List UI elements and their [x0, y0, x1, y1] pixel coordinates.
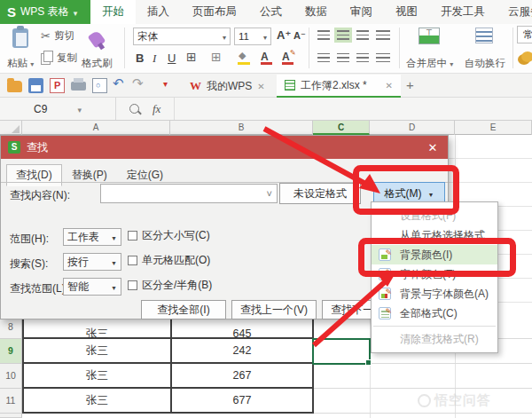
- col-header-e[interactable]: E: [455, 121, 532, 135]
- paste-button[interactable]: 粘贴 ▾: [7, 57, 34, 70]
- tab-home[interactable]: 开始: [90, 0, 136, 24]
- match-cell-checkbox[interactable]: 单元格匹配(O): [128, 253, 210, 268]
- cell-a11[interactable]: 张三: [23, 388, 171, 413]
- paste-icon[interactable]: [12, 28, 28, 48]
- wps-logo[interactable]: S WPS 表格: [0, 0, 90, 24]
- increase-font-icon[interactable]: A⁺: [277, 28, 291, 42]
- row-header-11[interactable]: 11: [0, 389, 22, 414]
- save-icon[interactable]: [28, 78, 43, 93]
- decrease-indent-icon[interactable]: [376, 30, 390, 40]
- italic-button[interactable]: I: [153, 51, 156, 66]
- align-bottom-icon[interactable]: [356, 30, 369, 40]
- copy-button[interactable]: 复制: [41, 51, 77, 65]
- align-top-icon[interactable]: [317, 30, 330, 40]
- col-header-d[interactable]: D: [370, 121, 455, 135]
- new-tab-button[interactable]: [406, 77, 414, 92]
- tab-cloud[interactable]: 云服务: [497, 0, 532, 24]
- tab-insert[interactable]: 插入: [136, 0, 181, 24]
- draw-border-icon[interactable]: [211, 50, 222, 64]
- export-pdf-icon[interactable]: [50, 78, 65, 93]
- font-color-icon: [379, 268, 391, 280]
- menu-item-all-formats[interactable]: 全部格式(C): [372, 304, 497, 323]
- col-header-a[interactable]: A: [22, 121, 170, 135]
- tab-page-layout[interactable]: 页面布局: [181, 0, 248, 24]
- search-icon[interactable]: [129, 104, 139, 114]
- align-right-icon[interactable]: [356, 53, 369, 63]
- sheet-icon: [285, 80, 295, 91]
- row-header-12[interactable]: [0, 414, 22, 418]
- tab-formulas[interactable]: 公式: [248, 0, 293, 24]
- menu-item-pick-format-from-cell[interactable]: 从单元格选择格式: [372, 225, 497, 245]
- insert-function-button[interactable]: fx: [153, 102, 160, 116]
- find-all-button[interactable]: 查找全部(I): [141, 300, 226, 319]
- find-previous-button[interactable]: 查找上一个(V): [231, 300, 317, 319]
- open-folder-icon[interactable]: [7, 81, 22, 92]
- tab-view[interactable]: 视图: [384, 0, 429, 24]
- doc-tab-my-wps[interactable]: W 我的WPS: [182, 75, 273, 98]
- print-icon[interactable]: [71, 82, 86, 91]
- menu-item-bg-and-font-color[interactable]: 背景与字体颜色(A): [372, 284, 497, 304]
- cell-b10[interactable]: 267: [171, 363, 313, 388]
- cut-button[interactable]: 剪切: [41, 29, 74, 43]
- table-row: 张三 267: [23, 363, 313, 388]
- font-name-select[interactable]: 宋体: [133, 28, 231, 45]
- tab-find[interactable]: 查找(D): [6, 164, 62, 186]
- cell-b11[interactable]: 677: [171, 388, 313, 413]
- cell-b9[interactable]: 242: [171, 338, 313, 363]
- select-all-corner[interactable]: [0, 121, 22, 135]
- underline-button[interactable]: U: [168, 51, 176, 65]
- wrap-text-icon[interactable]: [475, 28, 493, 43]
- align-middle-icon[interactable]: [337, 30, 349, 40]
- menu-item-background-color[interactable]: 背景颜色(I): [372, 245, 497, 264]
- tab-developer[interactable]: 开发工具: [429, 0, 497, 24]
- table-row: 张三 677: [23, 388, 313, 413]
- align-center-icon[interactable]: [337, 53, 349, 63]
- match-case-checkbox[interactable]: 区分大小写(C): [128, 228, 210, 243]
- tab-data[interactable]: 数据: [293, 0, 339, 24]
- customize-toolbar-icon[interactable]: [163, 77, 178, 92]
- search-order-select[interactable]: 按行: [63, 253, 121, 271]
- tab-review[interactable]: 审阅: [339, 0, 384, 24]
- borders-icon[interactable]: [186, 50, 197, 64]
- divider: [174, 98, 175, 120]
- menu-item-font-color[interactable]: 字体颜色(T): [372, 264, 497, 284]
- selected-cell-c9[interactable]: [312, 338, 371, 365]
- highlight-color-icon[interactable]: A✎: [282, 51, 294, 65]
- find-content-input[interactable]: [100, 184, 278, 203]
- align-justify-icon[interactable]: [376, 53, 390, 63]
- merge-center-button[interactable]: 合并居中 ▾: [406, 57, 453, 70]
- look-in-select[interactable]: 智能: [63, 278, 121, 296]
- col-header-b[interactable]: B: [170, 121, 313, 135]
- close-icon[interactable]: [386, 79, 393, 91]
- row-header-9[interactable]: 9: [0, 339, 22, 364]
- scissors-icon: [41, 29, 51, 43]
- undo-icon[interactable]: [113, 75, 128, 91]
- menu-item-clear-find-format: 清除查找格式(R): [372, 329, 497, 349]
- scope-select[interactable]: 工作表: [63, 228, 121, 246]
- row-header-10[interactable]: 10: [0, 364, 22, 389]
- print-preview-icon[interactable]: [92, 78, 107, 93]
- wps-logo-icon: S: [7, 4, 16, 20]
- checkbox-icon: [128, 280, 137, 290]
- redo-icon[interactable]: [132, 75, 147, 91]
- col-header-c[interactable]: C: [313, 121, 370, 135]
- format-painter-button[interactable]: 格式刷: [82, 57, 113, 70]
- bold-button[interactable]: B: [136, 51, 144, 65]
- cell-a10[interactable]: 张三: [23, 363, 171, 388]
- font-size-select[interactable]: 11: [234, 28, 271, 45]
- number-format-select[interactable]: 常规: [517, 26, 532, 43]
- currency-icon[interactable]: [521, 51, 532, 62]
- match-width-checkbox[interactable]: 区分全/半角(B): [128, 278, 212, 293]
- close-icon[interactable]: [425, 141, 441, 154]
- align-left-icon[interactable]: [317, 53, 330, 63]
- dialog-title-bar[interactable]: S 查找: [1, 136, 448, 159]
- fill-color-icon[interactable]: [238, 52, 250, 65]
- close-icon[interactable]: [257, 80, 264, 92]
- cell-a9[interactable]: 张三: [23, 338, 171, 363]
- wrap-text-button[interactable]: 自动换行: [465, 57, 505, 70]
- decrease-font-icon[interactable]: A⁻: [293, 30, 306, 42]
- font-color-icon[interactable]: A: [261, 51, 273, 65]
- name-box[interactable]: C9: [0, 98, 116, 120]
- doc-tab-workbook2[interactable]: 工作簿2.xlsx *: [277, 75, 401, 98]
- merge-center-icon[interactable]: [419, 28, 440, 44]
